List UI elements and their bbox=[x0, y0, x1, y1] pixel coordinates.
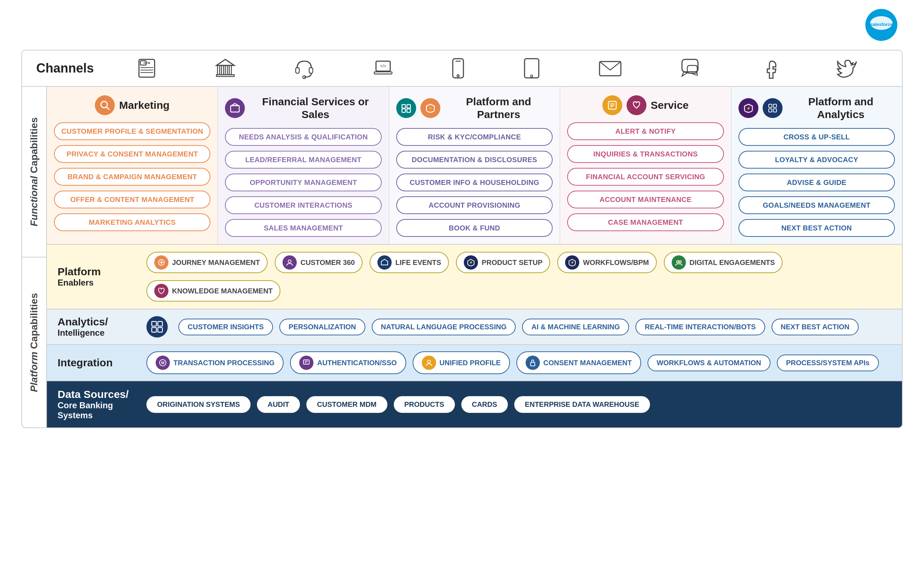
ai-item-2: PERSONALIZATION bbox=[279, 319, 365, 335]
platform-italic: Platform bbox=[29, 352, 39, 392]
knowledge-icon bbox=[154, 284, 168, 298]
main-container: Channels ATM bbox=[21, 50, 903, 428]
svg-point-55 bbox=[677, 261, 679, 263]
consent-icon bbox=[526, 356, 540, 370]
svg-rect-32 bbox=[231, 106, 239, 112]
digitaleng-label: DIGITAL ENGAGEMENTS bbox=[689, 259, 775, 267]
pa-item-2: LOYALTY & ADVOCACY bbox=[739, 151, 895, 169]
unified-label: UNIFIED PROFILE bbox=[440, 359, 501, 367]
analytics-label-block: Analytics/ Intelligence bbox=[58, 316, 136, 338]
financial-header: Financial Services or Sales bbox=[225, 95, 381, 121]
customer360-icon bbox=[282, 256, 297, 269]
analytics-main-icon bbox=[146, 316, 168, 338]
financial-item-2: LEAD/REFERRAL MANAGEMENT bbox=[225, 151, 381, 169]
svg-marker-52 bbox=[381, 259, 388, 265]
int-item-txn: M TRANSACTION PROCESSING bbox=[146, 351, 284, 374]
marketing-icon bbox=[95, 95, 115, 115]
svg-marker-27 bbox=[682, 72, 687, 76]
svg-rect-19 bbox=[374, 72, 392, 74]
marketing-item-5: MARKETING ANALYTICS bbox=[54, 213, 210, 231]
svg-rect-9 bbox=[217, 65, 220, 75]
lifeevents-icon bbox=[378, 256, 391, 269]
pe-label-main: Platform bbox=[58, 266, 136, 278]
channels-row: Channels ATM bbox=[22, 50, 902, 87]
ds-label-block: Data Sources/ Core Banking Systems bbox=[58, 388, 136, 420]
pe-items: JOURNEY MANAGEMENT CUSTOMER 360 bbox=[146, 252, 891, 301]
svg-text:⚡: ⚡ bbox=[428, 106, 433, 111]
svg-rect-36 bbox=[402, 109, 405, 113]
salesforce-logo-circle: salesforce bbox=[865, 9, 897, 41]
functional-capabilities-label: Functional Capabilities bbox=[22, 87, 46, 257]
marketing-header: Marketing bbox=[54, 95, 210, 115]
svg-rect-63 bbox=[303, 360, 309, 364]
svg-marker-29 bbox=[689, 73, 697, 75]
service-item-2: INQUIRIES & TRANSACTIONS bbox=[567, 145, 724, 163]
ds-item-5: CARDS bbox=[461, 396, 508, 413]
svg-marker-33 bbox=[231, 103, 238, 106]
pp-item-3: CUSTOMER INFO & HOUSEHOLDING bbox=[396, 173, 552, 191]
pa-icon-grid bbox=[763, 98, 783, 118]
unified-icon bbox=[422, 356, 436, 370]
pe-item-digitaleng: DIGITAL ENGAGEMENTS bbox=[664, 252, 783, 273]
pp-item-1: RISK & KYC/COMPLIANCE bbox=[396, 128, 552, 146]
int-item-apis: PROCESS/SYSTEM APIs bbox=[777, 354, 879, 371]
side-labels: Functional Capabilities Platform Capabil… bbox=[22, 87, 47, 428]
analytics-row: Analytics/ Intelligence CUSTOMER INSIGHT… bbox=[47, 309, 902, 345]
marketing-item-3: BRAND & CAMPAIGN MANAGEMENT bbox=[54, 168, 210, 186]
ai-item-1: CUSTOMER INSIGHTS bbox=[178, 319, 273, 335]
financial-item-4: CUSTOMER INTERACTIONS bbox=[225, 196, 381, 214]
chat-channel-icon bbox=[680, 58, 703, 79]
pa-item-4: GOALS/NEEDS MANAGEMENT bbox=[739, 196, 895, 214]
platform-partners-icon-orange: ⚡ bbox=[420, 98, 440, 118]
facebook-channel-icon bbox=[761, 58, 778, 79]
workflows-label: WORKFLOWS/BPM bbox=[583, 259, 649, 267]
journey-icon bbox=[154, 256, 168, 269]
channels-icons: ATM bbox=[107, 58, 888, 79]
svg-rect-12 bbox=[229, 65, 231, 75]
svg-rect-10 bbox=[222, 65, 223, 75]
analytics-items: CUSTOMER INSIGHTS PERSONALIZATION NATURA… bbox=[178, 319, 891, 335]
apis-label: PROCESS/SYSTEM APIs bbox=[786, 359, 869, 367]
pp-item-4: ACCOUNT PROVISIONING bbox=[396, 196, 552, 214]
service-column: Service ALERT & NOTIFY INQUIRIES & TRANS… bbox=[560, 87, 731, 244]
analytics-label-sub: Intelligence bbox=[58, 328, 136, 338]
pe-item-workflows: ⚡ WORKFLOWS/BPM bbox=[557, 252, 657, 273]
service-item-4: ACCOUNT MAINTENANCE bbox=[567, 191, 724, 208]
ds-label-sub2: Systems bbox=[58, 411, 136, 420]
pe-item-productsetup: ⚡ PRODUCT SETUP bbox=[456, 252, 550, 273]
svg-rect-34 bbox=[402, 105, 405, 108]
svg-rect-45 bbox=[773, 104, 777, 107]
integration-label-main: Integration bbox=[58, 357, 136, 369]
consent-label: CONSENT MANAGEMENT bbox=[543, 359, 632, 367]
ds-item-2: AUDIT bbox=[257, 396, 300, 413]
pa-title: Platform and Analytics bbox=[787, 95, 895, 121]
productsetup-icon: ⚡ bbox=[464, 256, 478, 269]
svg-rect-60 bbox=[158, 327, 162, 332]
integration-items: M TRANSACTION PROCESSING AUTHENTICATION/… bbox=[146, 351, 891, 374]
financial-icon bbox=[225, 98, 245, 118]
pe-item-journey: JOURNEY MANAGEMENT bbox=[146, 252, 268, 273]
platform-capabilities-label: Platform Capabilities bbox=[22, 257, 46, 428]
marketing-item-4: OFFER & CONTENT MANAGEMENT bbox=[54, 191, 210, 208]
svg-point-51 bbox=[288, 260, 291, 263]
financial-item-3: OPPORTUNITY MANAGEMENT bbox=[225, 173, 381, 191]
marketing-title: Marketing bbox=[119, 99, 170, 112]
svg-point-56 bbox=[679, 261, 681, 263]
pp-item-5: BOOK & FUND bbox=[396, 219, 552, 237]
integration-row: Integration M TRANSACTION PROCESSING bbox=[47, 345, 902, 381]
svg-rect-58 bbox=[158, 321, 162, 326]
svg-rect-46 bbox=[769, 109, 772, 112]
ai-item-3: NATURAL LANGUAGE PROCESSING bbox=[372, 319, 516, 335]
int-item-workflows: WORKFLOWS & AUTOMATION bbox=[648, 354, 771, 371]
workflows-icon: ⚡ bbox=[565, 256, 579, 269]
ds-item-4: PRODUCTS bbox=[394, 396, 455, 413]
service-item-3: FINANCIAL ACCOUNT SERVICING bbox=[567, 168, 724, 186]
svg-text:⚡: ⚡ bbox=[570, 260, 575, 265]
svg-text:⚡: ⚡ bbox=[746, 106, 751, 111]
bank-channel-icon bbox=[215, 58, 236, 79]
pa-icon-purple: ⚡ bbox=[739, 98, 759, 118]
svg-text:ATM: ATM bbox=[143, 61, 150, 65]
svg-rect-35 bbox=[407, 105, 410, 108]
marketing-item-1: CUSTOMER PROFILE & SEGMENTATION bbox=[54, 122, 210, 140]
pa-item-5: NEXT BEST ACTION bbox=[739, 219, 895, 237]
